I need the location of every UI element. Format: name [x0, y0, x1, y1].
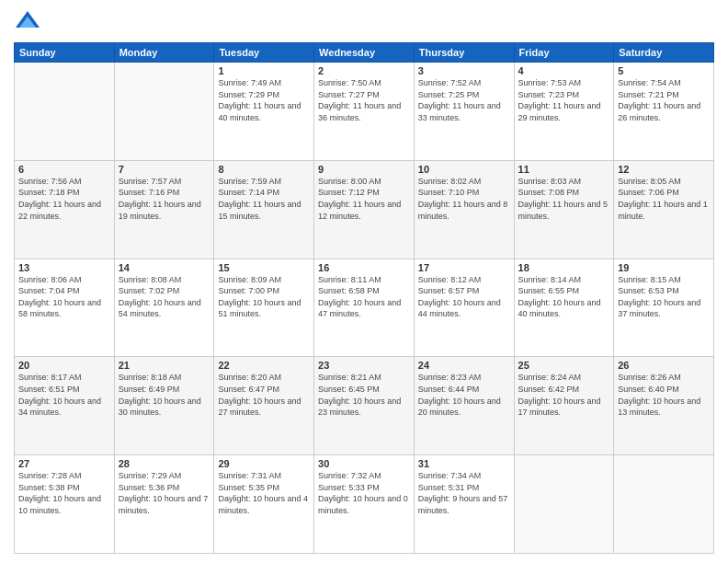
day-info: Sunrise: 8:23 AMSunset: 6:44 PMDaylight:… [418, 372, 510, 418]
day-info: Sunrise: 8:15 AMSunset: 6:53 PMDaylight:… [618, 274, 710, 320]
day-number: 5 [618, 65, 710, 76]
calendar-cell: 2Sunrise: 7:50 AMSunset: 7:27 PMDaylight… [314, 63, 415, 161]
day-info: Sunrise: 7:31 AMSunset: 5:35 PMDaylight:… [218, 470, 310, 516]
day-number: 15 [218, 262, 310, 273]
day-info: Sunrise: 8:03 AMSunset: 7:08 PMDaylight:… [518, 176, 610, 222]
day-info: Sunrise: 7:34 AMSunset: 5:31 PMDaylight:… [418, 470, 510, 516]
day-info: Sunrise: 8:17 AMSunset: 6:51 PMDaylight:… [18, 372, 110, 418]
day-info: Sunrise: 8:11 AMSunset: 6:58 PMDaylight:… [318, 274, 410, 320]
page-header [14, 9, 714, 37]
day-number: 9 [318, 164, 410, 175]
calendar-cell: 10Sunrise: 8:02 AMSunset: 7:10 PMDayligh… [414, 160, 514, 259]
day-info: Sunrise: 8:02 AMSunset: 7:10 PMDaylight:… [418, 176, 510, 222]
day-number: 21 [119, 360, 210, 371]
day-info: Sunrise: 8:05 AMSunset: 7:06 PMDaylight:… [618, 176, 710, 222]
calendar-header-row: SundayMondayTuesdayWednesdayThursdayFrid… [15, 43, 714, 63]
calendar-cell [614, 455, 714, 554]
day-number: 1 [218, 65, 310, 76]
calendar-cell [514, 455, 614, 554]
calendar-cell: 14Sunrise: 8:08 AMSunset: 7:02 PMDayligh… [114, 259, 214, 357]
day-number: 30 [318, 458, 410, 469]
day-number: 22 [218, 360, 310, 371]
calendar-cell: 28Sunrise: 7:29 AMSunset: 5:36 PMDayligh… [114, 455, 214, 554]
day-number: 14 [119, 262, 210, 273]
calendar-cell: 31Sunrise: 7:34 AMSunset: 5:31 PMDayligh… [414, 455, 514, 554]
calendar-cell [15, 63, 115, 161]
calendar-cell: 17Sunrise: 8:12 AMSunset: 6:57 PMDayligh… [414, 259, 514, 357]
day-info: Sunrise: 8:26 AMSunset: 6:40 PMDaylight:… [618, 372, 710, 418]
logo [14, 9, 45, 37]
day-number: 10 [418, 164, 510, 175]
day-number: 13 [18, 262, 110, 273]
day-number: 18 [518, 262, 610, 273]
day-number: 2 [318, 65, 410, 76]
day-of-week-header: Thursday [414, 43, 514, 63]
day-info: Sunrise: 8:06 AMSunset: 7:04 PMDaylight:… [18, 274, 110, 320]
calendar-cell: 13Sunrise: 8:06 AMSunset: 7:04 PMDayligh… [15, 259, 115, 357]
day-number: 19 [618, 262, 710, 273]
day-info: Sunrise: 7:59 AMSunset: 7:14 PMDaylight:… [218, 176, 310, 222]
day-info: Sunrise: 7:56 AMSunset: 7:18 PMDaylight:… [18, 176, 110, 222]
calendar-cell: 19Sunrise: 8:15 AMSunset: 6:53 PMDayligh… [614, 259, 714, 357]
day-number: 28 [119, 458, 210, 469]
day-number: 16 [318, 262, 410, 273]
calendar-cell: 7Sunrise: 7:57 AMSunset: 7:16 PMDaylight… [114, 160, 214, 259]
day-info: Sunrise: 7:32 AMSunset: 5:33 PMDaylight:… [318, 470, 410, 516]
calendar-cell: 12Sunrise: 8:05 AMSunset: 7:06 PMDayligh… [614, 160, 714, 259]
day-info: Sunrise: 8:20 AMSunset: 6:47 PMDaylight:… [218, 372, 310, 418]
day-number: 20 [18, 360, 110, 371]
calendar-cell: 15Sunrise: 8:09 AMSunset: 7:00 PMDayligh… [214, 259, 314, 357]
calendar-week-row: 6Sunrise: 7:56 AMSunset: 7:18 PMDaylight… [15, 160, 714, 259]
day-info: Sunrise: 8:18 AMSunset: 6:49 PMDaylight:… [119, 372, 210, 418]
calendar-table: SundayMondayTuesdayWednesdayThursdayFrid… [14, 42, 714, 554]
day-number: 7 [119, 164, 210, 175]
calendar-cell: 16Sunrise: 8:11 AMSunset: 6:58 PMDayligh… [314, 259, 415, 357]
calendar-cell: 20Sunrise: 8:17 AMSunset: 6:51 PMDayligh… [15, 357, 115, 455]
calendar-week-row: 27Sunrise: 7:28 AMSunset: 5:38 PMDayligh… [15, 455, 714, 554]
day-number: 31 [418, 458, 510, 469]
logo-icon [14, 9, 41, 37]
day-number: 11 [518, 164, 610, 175]
day-info: Sunrise: 8:24 AMSunset: 6:42 PMDaylight:… [518, 372, 610, 418]
calendar-cell: 8Sunrise: 7:59 AMSunset: 7:14 PMDaylight… [214, 160, 314, 259]
day-number: 23 [318, 360, 410, 371]
calendar-cell: 6Sunrise: 7:56 AMSunset: 7:18 PMDaylight… [15, 160, 115, 259]
calendar-cell: 5Sunrise: 7:54 AMSunset: 7:21 PMDaylight… [614, 63, 714, 161]
calendar-cell: 22Sunrise: 8:20 AMSunset: 6:47 PMDayligh… [214, 357, 314, 455]
calendar-cell: 24Sunrise: 8:23 AMSunset: 6:44 PMDayligh… [414, 357, 514, 455]
day-info: Sunrise: 7:52 AMSunset: 7:25 PMDaylight:… [418, 77, 510, 123]
day-number: 27 [18, 458, 110, 469]
calendar-cell: 29Sunrise: 7:31 AMSunset: 5:35 PMDayligh… [214, 455, 314, 554]
calendar-cell: 30Sunrise: 7:32 AMSunset: 5:33 PMDayligh… [314, 455, 415, 554]
calendar-cell: 3Sunrise: 7:52 AMSunset: 7:25 PMDaylight… [414, 63, 514, 161]
day-info: Sunrise: 7:53 AMSunset: 7:23 PMDaylight:… [518, 77, 610, 123]
calendar-cell: 27Sunrise: 7:28 AMSunset: 5:38 PMDayligh… [15, 455, 115, 554]
day-info: Sunrise: 8:21 AMSunset: 6:45 PMDaylight:… [318, 372, 410, 418]
day-number: 29 [218, 458, 310, 469]
day-number: 12 [618, 164, 710, 175]
day-number: 6 [18, 164, 110, 175]
calendar-cell: 25Sunrise: 8:24 AMSunset: 6:42 PMDayligh… [514, 357, 614, 455]
calendar-week-row: 20Sunrise: 8:17 AMSunset: 6:51 PMDayligh… [15, 357, 714, 455]
day-number: 8 [218, 164, 310, 175]
calendar-cell: 11Sunrise: 8:03 AMSunset: 7:08 PMDayligh… [514, 160, 614, 259]
day-of-week-header: Wednesday [314, 43, 415, 63]
calendar-week-row: 13Sunrise: 8:06 AMSunset: 7:04 PMDayligh… [15, 259, 714, 357]
day-info: Sunrise: 8:14 AMSunset: 6:55 PMDaylight:… [518, 274, 610, 320]
calendar-cell: 21Sunrise: 8:18 AMSunset: 6:49 PMDayligh… [114, 357, 214, 455]
day-info: Sunrise: 7:50 AMSunset: 7:27 PMDaylight:… [318, 77, 410, 123]
day-number: 26 [618, 360, 710, 371]
day-number: 17 [418, 262, 510, 273]
day-of-week-header: Monday [114, 43, 214, 63]
day-number: 24 [418, 360, 510, 371]
day-info: Sunrise: 7:54 AMSunset: 7:21 PMDaylight:… [618, 77, 710, 123]
day-number: 25 [518, 360, 610, 371]
calendar-cell [114, 63, 214, 161]
day-info: Sunrise: 7:29 AMSunset: 5:36 PMDaylight:… [119, 470, 210, 516]
day-info: Sunrise: 8:00 AMSunset: 7:12 PMDaylight:… [318, 176, 410, 222]
calendar-cell: 18Sunrise: 8:14 AMSunset: 6:55 PMDayligh… [514, 259, 614, 357]
day-number: 4 [518, 65, 610, 76]
calendar-cell: 4Sunrise: 7:53 AMSunset: 7:23 PMDaylight… [514, 63, 614, 161]
calendar-cell: 23Sunrise: 8:21 AMSunset: 6:45 PMDayligh… [314, 357, 415, 455]
calendar-cell: 26Sunrise: 8:26 AMSunset: 6:40 PMDayligh… [614, 357, 714, 455]
